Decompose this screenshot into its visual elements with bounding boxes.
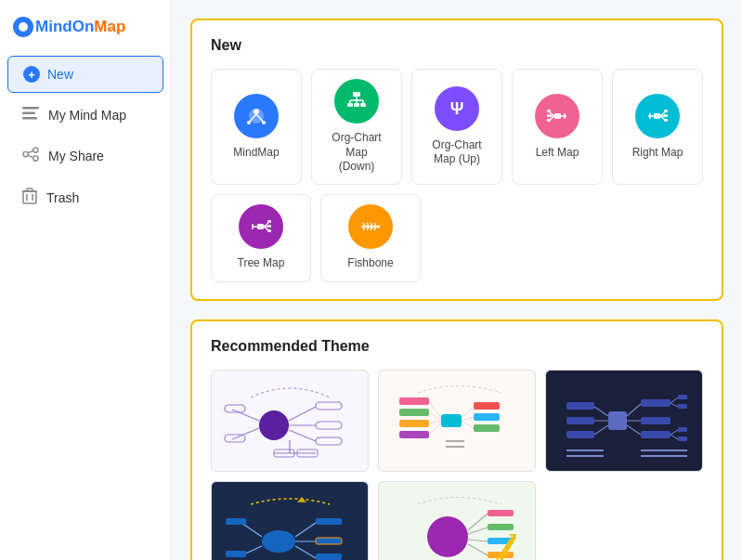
sidebar-item-my-mind-map-label: My Mind Map bbox=[48, 108, 126, 123]
trash-icon bbox=[22, 188, 37, 208]
svg-line-105 bbox=[670, 397, 678, 403]
sidebar-item-my-share[interactable]: My Share bbox=[7, 137, 163, 175]
theme-4-preview bbox=[223, 486, 358, 560]
svg-rect-43 bbox=[664, 114, 668, 117]
template-left-map[interactable]: Left Map bbox=[512, 69, 603, 185]
svg-line-89 bbox=[429, 423, 441, 435]
svg-rect-3 bbox=[22, 112, 35, 115]
svg-rect-91 bbox=[474, 413, 500, 421]
svg-point-6 bbox=[33, 148, 38, 152]
svg-rect-35 bbox=[547, 119, 551, 122]
svg-rect-33 bbox=[547, 110, 551, 112]
sidebar-item-new[interactable]: + New bbox=[7, 56, 163, 93]
template-fishbone[interactable]: Fishbone bbox=[320, 194, 421, 282]
svg-rect-102 bbox=[641, 399, 670, 407]
sidebar-item-my-share-label: My Share bbox=[48, 149, 104, 163]
svg-rect-111 bbox=[678, 427, 687, 432]
svg-rect-82 bbox=[399, 397, 429, 405]
svg-rect-116 bbox=[566, 402, 594, 410]
org-chart-down-label: Org-Chart Map(Down) bbox=[319, 131, 394, 175]
svg-line-115 bbox=[594, 425, 608, 435]
svg-rect-53 bbox=[267, 229, 271, 232]
svg-point-18 bbox=[262, 121, 266, 124]
svg-rect-52 bbox=[267, 225, 271, 228]
svg-point-124 bbox=[262, 530, 295, 553]
left-map-icon bbox=[535, 94, 579, 138]
svg-line-107 bbox=[670, 430, 678, 435]
svg-rect-19 bbox=[353, 92, 360, 97]
theme-1[interactable] bbox=[211, 370, 369, 472]
svg-rect-90 bbox=[474, 402, 500, 410]
svg-rect-133 bbox=[226, 518, 246, 525]
theme-5[interactable] bbox=[378, 481, 536, 560]
main-content: New MindMap bbox=[172, 0, 742, 560]
arrow-indicator bbox=[481, 534, 527, 560]
template-right-map[interactable]: Right Map bbox=[612, 69, 703, 185]
svg-rect-84 bbox=[399, 420, 429, 427]
logo-text-on: On bbox=[72, 18, 95, 36]
svg-point-17 bbox=[247, 121, 251, 124]
svg-rect-47 bbox=[257, 224, 264, 229]
svg-rect-110 bbox=[678, 404, 687, 409]
fishbone-label: Fishbone bbox=[347, 256, 393, 271]
template-org-chart-up[interactable]: Ψ Org-Chart Map (Up) bbox=[411, 69, 502, 185]
svg-marker-65 bbox=[378, 225, 380, 228]
theme-3-preview bbox=[557, 374, 692, 467]
svg-rect-142 bbox=[488, 524, 514, 530]
logo-icon bbox=[13, 17, 33, 37]
svg-rect-72 bbox=[316, 437, 342, 445]
svg-rect-118 bbox=[566, 431, 594, 438]
tree-map-icon bbox=[239, 204, 283, 249]
my-share-icon bbox=[22, 147, 39, 165]
svg-rect-130 bbox=[316, 553, 342, 560]
svg-rect-129 bbox=[316, 538, 342, 544]
sidebar-item-new-label: New bbox=[47, 67, 73, 82]
svg-rect-92 bbox=[474, 424, 500, 432]
svg-point-5 bbox=[23, 151, 28, 156]
svg-rect-109 bbox=[678, 395, 687, 399]
svg-line-69 bbox=[289, 430, 316, 441]
svg-rect-128 bbox=[316, 518, 342, 525]
svg-rect-71 bbox=[316, 422, 342, 429]
svg-rect-27 bbox=[360, 103, 366, 107]
svg-rect-134 bbox=[226, 551, 246, 557]
svg-rect-2 bbox=[22, 107, 39, 110]
recommended-title: Recommended Theme bbox=[211, 338, 703, 355]
right-map-label: Right Map bbox=[632, 146, 683, 161]
logo: MindOnMap bbox=[0, 9, 171, 54]
template-org-chart-down[interactable]: Org-Chart Map(Down) bbox=[311, 69, 402, 185]
svg-rect-104 bbox=[641, 431, 670, 438]
svg-rect-29 bbox=[554, 113, 561, 119]
theme-4[interactable] bbox=[211, 481, 369, 560]
svg-line-125 bbox=[295, 523, 316, 537]
template-row-1: MindMap Org-C bbox=[211, 69, 703, 185]
svg-rect-112 bbox=[678, 436, 687, 441]
theme-3[interactable] bbox=[545, 370, 703, 472]
recommended-section: Recommended Theme bbox=[190, 319, 723, 560]
theme-1-preview bbox=[223, 374, 358, 467]
template-tree-map[interactable]: Tree Map bbox=[211, 194, 311, 282]
fishbone-icon bbox=[348, 204, 393, 249]
theme-2[interactable] bbox=[378, 370, 536, 472]
mindmap-label: MindMap bbox=[233, 146, 279, 161]
sidebar: MindOnMap + New My Mind Map My Share Tra… bbox=[0, 0, 172, 560]
svg-rect-70 bbox=[316, 402, 342, 410]
svg-rect-25 bbox=[347, 103, 353, 107]
sidebar-item-my-mind-map[interactable]: My Mind Map bbox=[7, 97, 163, 134]
my-mind-map-icon bbox=[22, 106, 39, 124]
template-mindmap[interactable]: MindMap bbox=[211, 69, 302, 185]
svg-rect-141 bbox=[488, 510, 514, 516]
svg-point-66 bbox=[259, 410, 289, 440]
svg-point-136 bbox=[427, 516, 468, 557]
svg-line-95 bbox=[462, 421, 474, 428]
svg-rect-4 bbox=[22, 117, 37, 120]
new-section: New MindMap bbox=[190, 19, 723, 301]
svg-line-106 bbox=[670, 403, 678, 407]
svg-line-67 bbox=[289, 407, 316, 421]
org-chart-down-icon bbox=[334, 79, 379, 124]
svg-line-8 bbox=[28, 150, 33, 152]
svg-rect-117 bbox=[566, 417, 594, 424]
template-row-2: Tree Map bbox=[211, 194, 703, 282]
sidebar-item-trash[interactable]: Trash bbox=[7, 178, 163, 217]
svg-line-137 bbox=[468, 514, 488, 530]
